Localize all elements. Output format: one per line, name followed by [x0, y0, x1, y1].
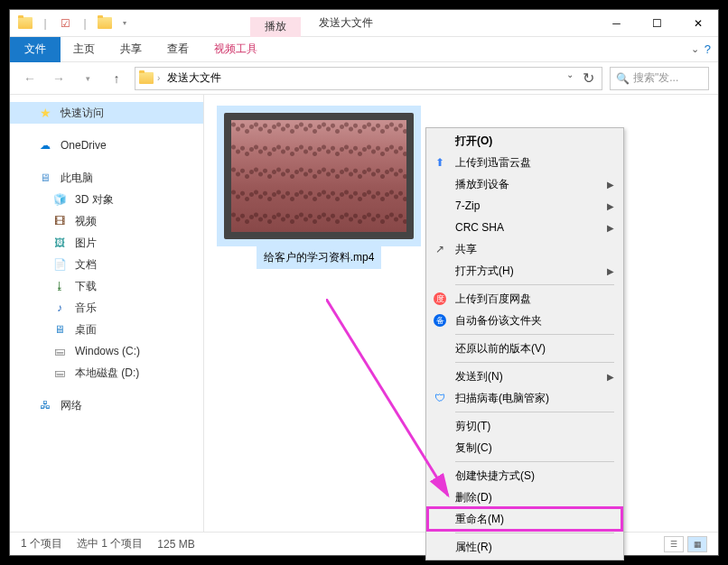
chevron-right-icon: ▶: [607, 201, 614, 211]
file-tab[interactable]: 文件: [10, 37, 61, 62]
menu-icon: [432, 368, 448, 384]
up-button[interactable]: ↑: [106, 68, 127, 89]
nav-item[interactable]: 📄文档: [10, 254, 203, 275]
menu-separator: [455, 412, 614, 412]
menu-icon: [432, 198, 448, 214]
menu-item[interactable]: CRC SHA▶: [428, 217, 621, 238]
drive-icon: 🖴: [51, 365, 68, 381]
nav-label: 下载: [75, 279, 97, 294]
menu-item[interactable]: 创建快捷方式(S): [428, 465, 621, 486]
menu-item[interactable]: ⬆上传到迅雷云盘: [428, 152, 621, 173]
menu-item[interactable]: 剪切(T): [428, 415, 621, 437]
tab-home[interactable]: 主页: [61, 37, 107, 62]
nav-item[interactable]: 🖴本地磁盘 (D:): [10, 362, 203, 384]
close-button[interactable]: ✕: [677, 10, 718, 37]
tab-share[interactable]: 共享: [107, 37, 154, 62]
checkbox-icon[interactable]: ☑: [57, 15, 73, 32]
nav-network[interactable]: 🖧 网络: [10, 394, 203, 416]
menu-icon: [432, 263, 448, 279]
doc-icon: 📄: [51, 256, 68, 273]
minimize-button[interactable]: ─: [596, 10, 637, 37]
nav-onedrive[interactable]: ☁ OneDrive: [10, 134, 203, 156]
dl-icon: ⭳: [51, 278, 68, 294]
menu-item[interactable]: 打开方式(H)▶: [428, 260, 621, 282]
cloud-icon: ☁: [37, 137, 53, 153]
search-icon: 🔍: [616, 72, 630, 85]
address-input[interactable]: › 发送大文件 ⌄ ↻: [135, 67, 602, 90]
menu-icon: [432, 176, 448, 192]
nav-item[interactable]: 🖴Windows (C:): [10, 340, 203, 362]
menu-separator: [455, 362, 614, 363]
menu-item[interactable]: 播放到设备▶: [428, 173, 621, 195]
ribbon-expand-icon[interactable]: ⌄: [691, 43, 699, 55]
navigation-pane: ★ 快速访问 ☁ OneDrive 🖥 此电脑 🧊3D 对象🎞视频🖼图片📄文档⭳…: [10, 95, 204, 532]
nav-label: 音乐: [75, 301, 97, 316]
menu-item[interactable]: 还原以前的版本(V): [428, 338, 621, 359]
menu-label: 删除(D): [455, 490, 614, 505]
menu-icon: ⬆: [432, 154, 448, 171]
menu-item[interactable]: 🛡扫描病毒(电脑管家): [428, 387, 621, 409]
context-tab-play[interactable]: 播放: [250, 17, 301, 37]
menu-item[interactable]: 复制(C): [428, 437, 621, 458]
menu-item[interactable]: 备自动备份该文件夹: [428, 310, 621, 331]
menu-item[interactable]: 重命名(M): [428, 508, 621, 530]
menu-separator: [455, 461, 614, 462]
nav-item[interactable]: 🖼图片: [10, 232, 203, 254]
help-icon[interactable]: ?: [705, 42, 711, 56]
nav-item[interactable]: ⭳下载: [10, 275, 203, 297]
quick-access-toolbar: | ☑ | ▾: [10, 15, 133, 32]
nav-label: 本地磁盘 (D:): [75, 366, 139, 381]
nav-label: 图片: [75, 236, 97, 251]
qat-divider-icon: |: [77, 15, 93, 32]
nav-label: 桌面: [75, 322, 97, 338]
forward-button[interactable]: →: [48, 68, 70, 89]
tab-video-tools[interactable]: 视频工具: [201, 37, 270, 62]
menu-icon: 备: [432, 312, 448, 329]
nav-label: 网络: [61, 398, 82, 413]
menu-item[interactable]: 发送到(N)▶: [428, 366, 621, 387]
menu-label: 自动备份该文件夹: [455, 313, 614, 329]
file-item[interactable]: 给客户的学习资料.mp4: [215, 106, 423, 269]
nav-item[interactable]: 🖥桌面: [10, 319, 203, 340]
menu-label: 7-Zip: [455, 199, 600, 212]
nav-this-pc[interactable]: 🖥 此电脑: [10, 167, 203, 189]
folder-icon: [97, 15, 113, 32]
network-icon: 🖧: [37, 397, 53, 413]
tab-view[interactable]: 查看: [154, 37, 201, 62]
menu-item[interactable]: 删除(D): [428, 486, 621, 508]
nav-item[interactable]: 🎞视频: [10, 210, 203, 232]
refresh-icon[interactable]: ↻: [579, 69, 598, 87]
menu-label: 共享: [455, 242, 614, 257]
nav-label: 此电脑: [61, 171, 93, 186]
breadcrumb-item[interactable]: 发送大文件: [163, 70, 225, 86]
back-button[interactable]: ←: [19, 68, 41, 89]
menu-item[interactable]: 度上传到百度网盘: [428, 288, 621, 310]
menu-separator: [455, 334, 614, 335]
menu-icon: [432, 489, 448, 505]
desk-icon: 🖥: [51, 321, 68, 338]
nav-label: 快速访问: [61, 106, 104, 121]
address-dropdown-icon[interactable]: ⌄: [563, 69, 577, 87]
search-input[interactable]: 🔍 搜索"发...: [610, 67, 709, 90]
menu-item[interactable]: ↗共享: [428, 238, 621, 260]
menu-icon: 度: [432, 291, 448, 307]
titlebar: | ☑ | ▾ 播放 发送大文件 ─ ☐ ✕: [10, 10, 718, 37]
menu-item[interactable]: 属性(R): [428, 536, 621, 558]
qat-dropdown-icon[interactable]: ▾: [117, 15, 133, 32]
pic-icon: 🖼: [51, 235, 68, 251]
menu-icon: [432, 440, 448, 456]
chevron-right-icon: ▶: [607, 180, 614, 190]
maximize-button[interactable]: ☐: [637, 10, 677, 37]
menu-label: 上传到百度网盘: [455, 292, 614, 307]
view-details-button[interactable]: ☰: [664, 536, 684, 552]
menu-icon: [432, 133, 448, 149]
nav-quick-access[interactable]: ★ 快速访问: [10, 102, 203, 124]
menu-item[interactable]: 打开(O): [428, 130, 621, 152]
chevron-right-icon: ▶: [607, 372, 614, 382]
nav-item[interactable]: 🧊3D 对象: [10, 189, 203, 210]
recent-dropdown-icon[interactable]: ▾: [77, 68, 98, 89]
menu-item[interactable]: 7-Zip▶: [428, 195, 621, 217]
nav-item[interactable]: ♪音乐: [10, 297, 203, 319]
file-name-label: 给客户的学习资料.mp4: [257, 246, 382, 269]
view-thumbnails-button[interactable]: ▦: [687, 536, 707, 552]
